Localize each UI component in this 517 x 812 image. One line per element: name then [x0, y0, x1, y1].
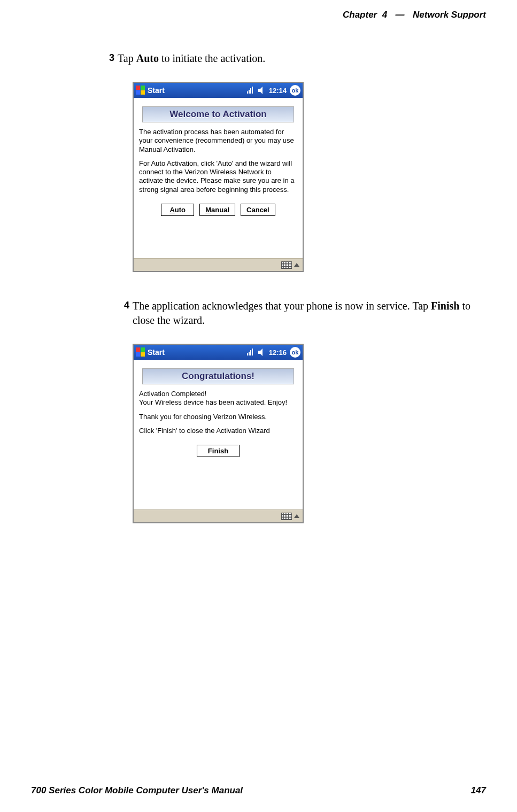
- device-body: Congratulations! Activation Completed! Y…: [134, 360, 303, 509]
- start-label[interactable]: Start: [148, 86, 165, 95]
- svg-rect-6: [249, 352, 250, 355]
- ok-button[interactable]: ok: [290, 347, 300, 358]
- thanks-text: Thank you for choosing Verizon Wireless.: [139, 413, 297, 421]
- page-header: Chapter 4 — Network Support: [343, 10, 486, 20]
- title-bar: Start 12:14 ok: [134, 83, 303, 98]
- start-label[interactable]: Start: [148, 348, 165, 357]
- welcome-banner: Welcome to Activation: [142, 106, 294, 122]
- svg-rect-2: [250, 88, 251, 94]
- activation-instructions-text: For Auto Activation, click 'Auto' and th…: [139, 159, 297, 194]
- clock-time[interactable]: 12:14: [269, 87, 287, 95]
- bottom-bar: [134, 258, 303, 271]
- footer-manual-title: 700 Series Color Mobile Computer User's …: [31, 785, 243, 796]
- device-window-1: Start 12:14 ok Welcome to Activation The…: [133, 82, 304, 272]
- activation-intro-text: The activation process has been automate…: [139, 128, 297, 154]
- separator: —: [396, 10, 405, 20]
- svg-rect-8: [252, 349, 253, 355]
- page-content: 3Tap Auto to initiate the activation. St…: [118, 41, 492, 550]
- manual-button[interactable]: Manual: [199, 204, 235, 216]
- step-4-text: 4The application acknowledges that your …: [133, 299, 492, 328]
- cancel-button[interactable]: Cancel: [241, 204, 275, 216]
- screenshot-2: Start 12:16 ok Congratulations! Activati…: [133, 344, 492, 523]
- keyboard-icon[interactable]: [281, 513, 292, 520]
- completion-text: Activation Completed! Your Wireless devi…: [139, 390, 297, 407]
- chapter-num: 4: [382, 10, 387, 20]
- svg-rect-0: [247, 91, 248, 94]
- auto-button[interactable]: Auto: [161, 204, 194, 216]
- step-3-text: 3Tap Auto to initiate the activation.: [133, 51, 492, 66]
- step-3: 3Tap Auto to initiate the activation. St…: [118, 51, 492, 272]
- button-row: Auto Manual Cancel: [138, 204, 298, 216]
- keyboard-icon[interactable]: [281, 261, 292, 269]
- title-bar: Start 12:16 ok: [134, 345, 303, 360]
- windows-flag-icon[interactable]: [136, 86, 145, 95]
- step-number: 3: [103, 51, 114, 64]
- svg-marker-4: [258, 87, 263, 94]
- up-arrow-icon[interactable]: [294, 263, 299, 267]
- device-body: Welcome to Activation The activation pro…: [134, 98, 303, 258]
- chapter-label: Chapter: [343, 10, 377, 20]
- congrats-banner: Congratulations!: [142, 368, 294, 384]
- footer-page-number: 147: [471, 785, 486, 796]
- signal-icon[interactable]: [246, 86, 255, 95]
- step-number: 4: [118, 299, 129, 312]
- svg-marker-9: [258, 349, 263, 356]
- signal-icon[interactable]: [246, 348, 255, 357]
- svg-rect-7: [250, 350, 251, 355]
- device-window-2: Start 12:16 ok Congratulations! Activati…: [133, 344, 304, 523]
- speaker-icon[interactable]: [257, 86, 266, 95]
- speaker-icon[interactable]: [257, 348, 266, 357]
- chapter-title: Network Support: [413, 10, 486, 20]
- finish-button[interactable]: Finish: [197, 445, 240, 457]
- clock-time[interactable]: 12:16: [269, 349, 287, 357]
- button-row: Finish: [138, 445, 298, 457]
- step-4: 4The application acknowledges that your …: [118, 299, 492, 523]
- screenshot-1: Start 12:14 ok Welcome to Activation The…: [133, 82, 492, 272]
- up-arrow-icon[interactable]: [294, 514, 299, 518]
- svg-rect-5: [247, 353, 248, 355]
- finish-instructions-text: Click 'Finish' to close the Activation W…: [139, 427, 297, 435]
- ok-button[interactable]: ok: [290, 85, 300, 96]
- svg-rect-3: [252, 87, 253, 94]
- svg-rect-1: [249, 90, 250, 94]
- bottom-bar: [134, 509, 303, 522]
- windows-flag-icon[interactable]: [136, 347, 145, 357]
